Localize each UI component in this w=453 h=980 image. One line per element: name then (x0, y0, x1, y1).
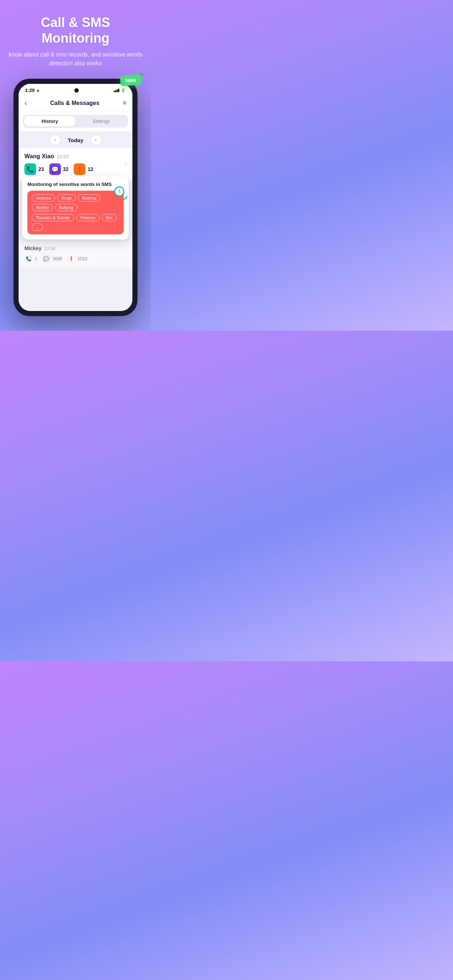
contact-card-mickey[interactable]: Mickey 12:56 📞 1 💬 3688 ❗ 1010 (19, 241, 132, 267)
date-label: Today (67, 137, 83, 143)
keyword-drugs: Drugs (57, 194, 76, 202)
keywords-row-2: Threaten & Suicide Violence Sex ... (32, 214, 119, 231)
calls-count-mickey: 1 (35, 256, 37, 261)
tab-container: History Settings (23, 115, 128, 127)
location-arrow-icon: ▲ (36, 88, 40, 92)
contact-name-row: Wang Xiao 15:07 (24, 153, 125, 160)
contact-time-mickey: 12:56 (45, 246, 56, 251)
calls-stat-mickey: 📞 1 (24, 255, 37, 263)
alerts-stat: ❗ 12 (74, 163, 93, 175)
phone-icon: 📞 (24, 163, 36, 175)
keyword-sex: Sex (102, 214, 117, 221)
contact-name-row-mickey: Mickey 12:56 (24, 245, 126, 251)
hero-title: Call & SMS Monitoring (7, 14, 144, 46)
monitoring-card: Monitoring of sensitive words in SMS Vio… (22, 177, 129, 240)
phone-frame: New 1:20 ▲ 🔋 ‹ Calls & Messages (13, 79, 137, 316)
alerts-count: 12 (88, 166, 93, 172)
keyword-alcohol: Alcohol (32, 204, 53, 211)
keyword-threaten-suicide: Threaten & Suicide (32, 214, 74, 221)
alerts-stat-mickey: ❗ 1010 (67, 255, 87, 263)
date-nav: ‹ Today › (19, 131, 132, 148)
chevron-right-icon: › (125, 161, 126, 167)
status-bar: 1:20 ▲ 🔋 (19, 84, 132, 95)
back-button[interactable]: ‹ (24, 99, 27, 107)
messages-count-mickey: 3688 (53, 256, 62, 261)
alert-icon: ❗ (74, 163, 85, 175)
messages-count: 32 (63, 166, 69, 172)
keyword-bullying-1: Bullying (78, 194, 100, 202)
keywords-container: Violence Drugs Bullying Alcohol Bullying… (27, 191, 124, 234)
alerts-count-mickey: 1010 (77, 256, 87, 261)
date-next-button[interactable]: › (91, 135, 101, 145)
status-time: 1:20 ▲ (25, 88, 40, 93)
contact-name: Wang Xiao (24, 153, 54, 160)
contact-time: 15:07 (57, 154, 69, 159)
keywords-row-1: Violence Drugs Bullying Alcohol Bullying (32, 194, 119, 211)
keyword-violence-1: Violence (32, 194, 55, 202)
message-icon: 💬 (49, 163, 61, 175)
tab-settings[interactable]: Settings (75, 116, 127, 127)
app-title-label: Calls & Messages (50, 100, 99, 107)
screen-fill (19, 267, 132, 311)
alert-icon-mickey: ❗ (67, 255, 75, 263)
contact-card-wang-xiao[interactable]: Wang Xiao 15:07 📞 23 💬 32 ❗ 12 (19, 148, 132, 180)
app-header: ‹ Calls & Messages ≡ (19, 95, 132, 112)
camera-notch (74, 88, 79, 92)
search-icon (114, 186, 128, 200)
tab-bar: History Settings (19, 112, 132, 131)
keyword-bullying-2: Bullying (55, 204, 77, 211)
keyword-violence-2: Violence (76, 214, 100, 221)
contact-stats-mickey: 📞 1 💬 3688 ❗ 1010 (24, 255, 126, 263)
monitoring-title: Monitoring of sensitive words in SMS (27, 181, 124, 187)
message-icon-mickey: 💬 (42, 255, 50, 263)
menu-button[interactable]: ≡ (123, 99, 126, 107)
new-badge: New (120, 75, 142, 86)
keyword-more: ... (32, 223, 43, 231)
phone-icon-mickey: 📞 (24, 255, 32, 263)
calls-stat: 📞 23 (24, 163, 44, 175)
contact-info: Wang Xiao 15:07 📞 23 💬 32 ❗ 12 (24, 153, 125, 175)
messages-stat: 💬 32 (49, 163, 69, 175)
status-icons: 🔋 (114, 88, 126, 92)
phone-screen: 1:20 ▲ 🔋 ‹ Calls & Messages ≡ (19, 84, 132, 311)
contact-info-mickey: Mickey 12:56 📞 1 💬 3688 ❗ 1010 (24, 245, 126, 263)
search-handle-icon (123, 196, 128, 200)
messages-stat-mickey: 💬 3688 (42, 255, 62, 263)
time-label: 1:20 (25, 88, 35, 93)
tab-history[interactable]: History (24, 116, 75, 127)
search-circle-icon (114, 186, 124, 197)
date-prev-button[interactable]: ‹ (50, 135, 60, 145)
contact-name-mickey: Mickey (24, 245, 41, 251)
hero-subtitle: know about call & sms records, and sensi… (7, 50, 144, 68)
signal-bars-icon (114, 89, 119, 92)
contact-stats: 📞 23 💬 32 ❗ 12 (24, 163, 125, 175)
calls-count: 23 (38, 166, 44, 172)
battery-icon: 🔋 (121, 88, 126, 92)
